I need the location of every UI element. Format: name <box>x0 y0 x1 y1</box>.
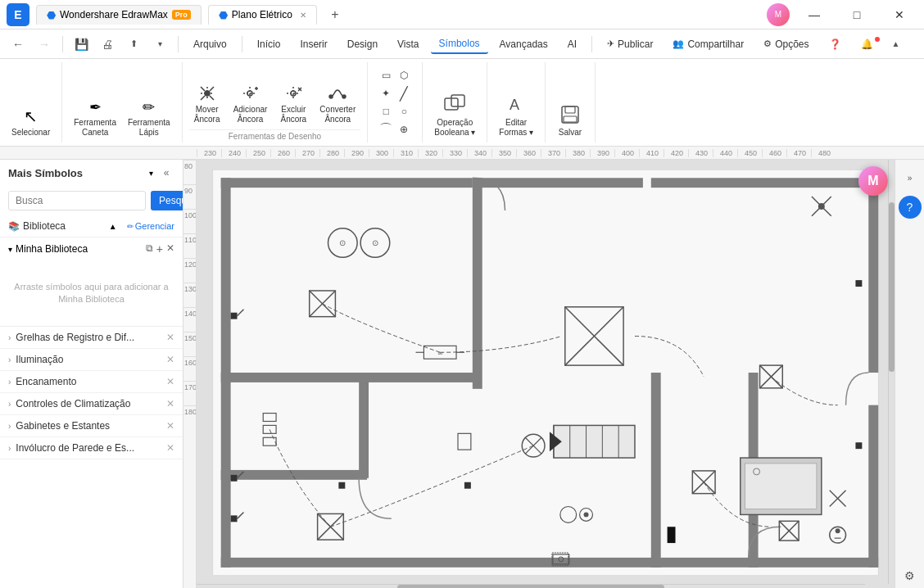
my-library-actions: ⧉ + ✕ <box>146 242 174 256</box>
menu-item-simbolos[interactable]: Símbolos <box>431 34 488 54</box>
menu-item-compartilhar[interactable]: 👥Compartilhar <box>664 35 752 53</box>
app-tab-document[interactable]: ⬣ Plano Elétrico ✕ <box>208 5 317 25</box>
app-tab-document-label: Plano Elétrico <box>232 9 292 20</box>
right-panel-help-btn[interactable]: ? <box>899 196 922 219</box>
shape-rect2[interactable]: □ <box>378 103 394 120</box>
library-item-encanamento-close[interactable]: ✕ <box>166 376 174 387</box>
library-item-iluminacao[interactable]: › Iluminação ✕ <box>0 349 183 371</box>
sidebar-collapse-btn[interactable]: « <box>158 165 174 181</box>
shape-special[interactable]: ⊕ <box>396 121 412 138</box>
ribbon-btn-converter-ancora[interactable]: ConverterÂncora <box>315 80 360 128</box>
ribbon-group-shapes: ▭ ⬡ ✦ ╱ □ ○ ⌒ ⊕ <box>368 62 423 142</box>
new-tab-btn[interactable]: + <box>324 3 346 26</box>
right-panel-collapse-btn[interactable]: » <box>899 166 922 189</box>
menu-separator-2 <box>178 36 179 52</box>
ribbon-btn-editar[interactable]: A EditarFormas ▾ <box>494 90 538 141</box>
print-btn[interactable]: 🖨 <box>96 33 119 56</box>
library-item-involucrof[interactable]: › Invólucro de Parede e Es... ✕ <box>0 437 183 459</box>
menu-separator-4 <box>591 36 592 52</box>
library-item-gabinetes[interactable]: › Gabinetes e Estantes ✕ <box>0 415 183 437</box>
canvas-area[interactable]: ⊙ ⊙ ∞ <box>197 160 895 588</box>
minha-biblioteca-section: ▾ Minha Biblioteca ⧉ + ✕ Arraste símbolo… <box>0 237 183 327</box>
menu-item-inicio[interactable]: Início <box>249 35 289 53</box>
menu-item-opcoes[interactable]: ⚙Opções <box>755 35 817 53</box>
gerenciar-btn[interactable]: ✏Gerenciar <box>127 221 174 231</box>
search-bar: Pesquisar <box>0 186 183 215</box>
library-item-encanamento[interactable]: › Encanamento ✕ <box>0 371 183 393</box>
search-btn[interactable]: Pesquisar <box>151 191 183 210</box>
win-maximize[interactable]: □ <box>839 0 875 29</box>
lib-item-arrow-grelhas: › <box>8 333 11 342</box>
main-layout: Mais Símbolos ▾ « Pesquisar 📚 Biblioteca… <box>0 160 924 588</box>
svg-point-0 <box>205 91 210 96</box>
ribbon-btn-caneta-label: FerramentaCaneta <box>74 118 116 138</box>
nav-forward[interactable]: → <box>33 33 56 56</box>
app-tab-edrawmax[interactable]: ⬣ Wondershare EdrawMax Pro <box>36 5 202 25</box>
shape-line[interactable]: ╱ <box>396 85 412 102</box>
ribbon-group-boolean: OperaçãoBooleana ▾ <box>423 62 487 142</box>
pencil-icon: ✏ <box>143 98 155 116</box>
svg-rect-71 <box>231 515 238 522</box>
menu-item-inserir[interactable]: Inserir <box>292 35 335 53</box>
minha-biblioteca-header[interactable]: ▾ Minha Biblioteca ⧉ + ✕ <box>0 237 183 260</box>
dropdown-btn[interactable]: ▾ <box>148 33 171 56</box>
my-library-copy-icon[interactable]: ⧉ <box>146 242 153 256</box>
library-item-encanamento-label: Encanamento <box>16 376 163 387</box>
nav-back[interactable]: ← <box>7 33 29 56</box>
library-item-controles[interactable]: › Controles de Climatização ✕ <box>0 393 183 415</box>
sidebar-header[interactable]: Mais Símbolos ▾ « <box>0 160 183 186</box>
app-tab-edrawmax-icon: ⬣ <box>47 9 56 21</box>
ribbon-btn-adicionar-ancora[interactable]: AdicionarÂncora <box>229 80 273 128</box>
menu-item-help[interactable]: ❓ <box>821 35 849 53</box>
v-scrollbar[interactable] <box>888 160 895 584</box>
win-minimize[interactable]: — <box>796 0 832 29</box>
menu-collapse[interactable]: ▲ <box>885 33 908 56</box>
shape-star[interactable]: ✦ <box>378 85 394 102</box>
lib-item-arrow-controles: › <box>8 400 11 409</box>
ribbon-btn-boolean[interactable]: OperaçãoBooleana ▾ <box>429 88 480 141</box>
menu-item-publicar[interactable]: ✈Publicar <box>599 35 661 53</box>
ruler-h-marks: 230240250 260270280 290300310 320330340 … <box>197 149 836 157</box>
win-close[interactable]: ✕ <box>881 0 917 29</box>
menu-item-ai[interactable]: AI <box>559 35 585 53</box>
search-input[interactable] <box>8 191 146 210</box>
ribbon-btn-converter-ancora-label: ConverterÂncora <box>319 105 356 124</box>
svg-point-3 <box>329 95 333 98</box>
menu-item-design[interactable]: Design <box>339 35 386 53</box>
library-item-iluminacao-close[interactable]: ✕ <box>166 354 174 365</box>
shape-circle[interactable]: ○ <box>396 103 412 120</box>
svg-rect-74 <box>855 442 862 449</box>
library-item-gabinetes-close[interactable]: ✕ <box>166 420 174 432</box>
shape-diamond[interactable]: ⬡ <box>396 67 412 84</box>
shape-rect[interactable]: ▭ <box>378 67 394 84</box>
library-item-involucrof-close[interactable]: ✕ <box>166 442 174 454</box>
avatar: M <box>767 3 790 26</box>
text-edit-icon: A <box>505 93 528 116</box>
biblioteca-header[interactable]: 📚 Biblioteca ▲ ✏Gerenciar <box>0 215 183 237</box>
menu-item-avancadas[interactable]: Avançadas <box>491 35 556 53</box>
ribbon-btn-excluir-ancora[interactable]: ExcluirÂncora <box>275 80 311 128</box>
library-item-grelhas[interactable]: › Grelhas de Registro e Dif... ✕ <box>0 327 183 349</box>
ribbon-btn-caneta[interactable]: ✒ FerramentaCaneta <box>69 95 121 141</box>
right-panel-settings-btn[interactable]: ⚙ <box>899 564 922 587</box>
svg-rect-13 <box>481 178 643 188</box>
my-library-close-icon[interactable]: ✕ <box>166 242 174 256</box>
library-item-grelhas-close[interactable]: ✕ <box>166 332 174 343</box>
document-tab-close[interactable]: ✕ <box>300 11 306 20</box>
library-item-controles-close[interactable]: ✕ <box>166 398 174 409</box>
my-library-add-icon[interactable]: + <box>156 242 163 256</box>
ribbon-btn-salvar[interactable]: Salvar <box>552 100 588 141</box>
ribbon-btn-lapis[interactable]: ✏ FerramentaLápis <box>123 95 175 141</box>
svg-point-87 <box>836 528 840 533</box>
save-quick[interactable]: 💾 <box>70 33 93 56</box>
ribbon-btn-selecionar[interactable]: ↖ Selecionar <box>7 103 55 141</box>
menu-item-arquivo[interactable]: Arquivo <box>185 35 235 53</box>
h-scrollbar[interactable] <box>197 584 865 588</box>
svg-text:∞: ∞ <box>437 350 442 357</box>
shape-arc[interactable]: ⌒ <box>378 121 394 138</box>
svg-rect-73 <box>855 280 862 287</box>
menu-item-notification[interactable]: 🔔 <box>853 35 881 53</box>
share-quick[interactable]: ⬆ <box>122 33 145 56</box>
menu-item-vista[interactable]: Vista <box>389 35 427 53</box>
ribbon-btn-mover-ancora[interactable]: MoverÂncora <box>189 80 225 128</box>
